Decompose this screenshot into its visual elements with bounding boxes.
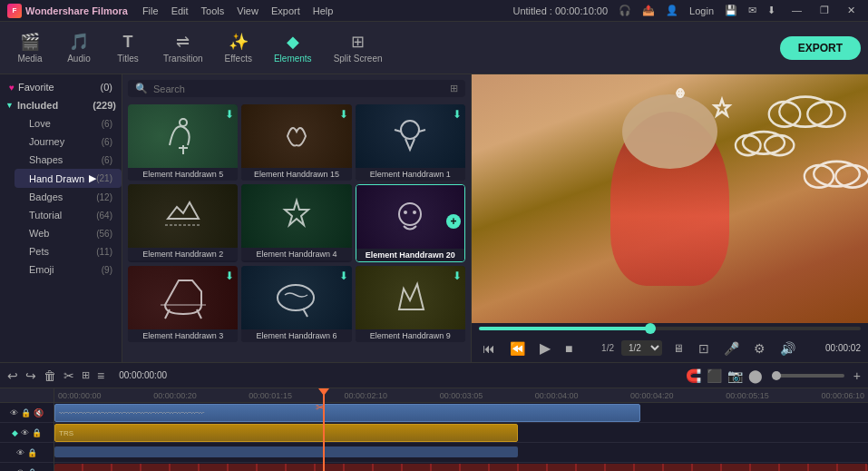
redo-button[interactable]: ↪: [25, 368, 36, 383]
toolbar-audio[interactable]: 🎵 Audio: [56, 28, 102, 67]
grid-item-3[interactable]: ⬇ Element Handdrawn 1: [356, 104, 465, 181]
crop-icon[interactable]: ⊡: [695, 339, 713, 358]
export-button[interactable]: EXPORT: [780, 36, 861, 60]
login-button[interactable]: Login: [689, 5, 714, 16]
add-icon-6[interactable]: +: [446, 214, 461, 229]
ratio-select[interactable]: 1/2Full: [621, 340, 662, 356]
volume-icon[interactable]: 🔊: [776, 339, 799, 358]
zoom-slider[interactable]: [772, 374, 844, 378]
sidebar-item-pets[interactable]: Pets (11): [15, 242, 122, 260]
grid-item-8[interactable]: ⬇ Element Handdrawn 6: [241, 266, 351, 342]
effects-label: Effects: [225, 54, 252, 64]
app-logo: F Wondershare Filmora: [7, 4, 128, 18]
transition-icon: ⇌: [176, 32, 190, 52]
mic-icon[interactable]: 🎤: [720, 339, 743, 358]
menu-file[interactable]: File: [142, 5, 159, 16]
track4-clip[interactable]: [54, 464, 868, 471]
tutorial-label: Tutorial: [29, 210, 62, 221]
title-bar-right: Untitled : 00:00:10:00 🎧 📤 👤 Login 💾 ✉ ⬇…: [513, 3, 862, 18]
minimize-button[interactable]: —: [786, 3, 807, 18]
delete-button[interactable]: 🗑: [44, 368, 56, 383]
handdrawn-count: (21): [96, 173, 112, 183]
progress-bar[interactable]: [479, 327, 861, 330]
badges-count: (12): [96, 192, 112, 202]
mark-5: 00:00:04:00: [535, 391, 579, 400]
grid-item-4[interactable]: Element Handdrawn 2: [128, 184, 238, 262]
sidebar-item-shapes[interactable]: Shapes (6): [15, 151, 122, 169]
share-icon: 📤: [642, 5, 655, 16]
love-count: (6): [102, 119, 112, 129]
snap-button[interactable]: 🧲: [686, 368, 701, 383]
app-name: Wondershare Filmora: [25, 5, 128, 16]
grid-thumb-3: ⬇: [356, 104, 465, 168]
track2-eye-icon[interactable]: 👁: [21, 428, 29, 437]
sidebar-item-journey[interactable]: Journey (6): [15, 132, 122, 151]
menu-export[interactable]: Export: [271, 5, 300, 16]
toolbar-effects[interactable]: ✨ Effects: [216, 28, 261, 67]
sidebar-item-emoji[interactable]: Emoji (9): [15, 260, 122, 279]
menu-items: File Edit Tools View Export Help: [142, 5, 333, 16]
track1-mute-icon[interactable]: 🔇: [34, 408, 44, 417]
menu-tools[interactable]: Tools: [201, 5, 225, 16]
stop-button[interactable]: ■: [561, 339, 576, 358]
settings-icon[interactable]: ⚙: [750, 339, 769, 358]
split-label: Split Screen: [334, 54, 383, 64]
toolbar-elements[interactable]: ◆ Elements: [265, 28, 321, 67]
sidebar-item-tutorial[interactable]: Tutorial (64): [15, 206, 122, 224]
track1-lock-icon[interactable]: 🔒: [21, 408, 31, 417]
toolbar-transition[interactable]: ⇌ Transition: [154, 28, 212, 67]
cut-button[interactable]: ✂: [63, 368, 74, 383]
toolbar-split[interactable]: ⊞ Split Screen: [325, 28, 392, 67]
download-icon-8: ⬇: [339, 270, 348, 282]
rewind-button[interactable]: ⏮: [479, 339, 499, 358]
more-button[interactable]: ≡: [97, 368, 104, 383]
track1-clip[interactable]: 〰〰〰〰〰〰〰〰〰〰〰〰〰〰〰〰〰〰〰〰: [54, 404, 640, 422]
track2-clip[interactable]: TRS: [54, 424, 518, 442]
track3-lock-icon[interactable]: 🔒: [27, 448, 37, 457]
menu-edit[interactable]: Edit: [171, 5, 189, 16]
grid-item-7[interactable]: ⬇ Element Handdrawn 3: [128, 266, 238, 342]
grid-item-9[interactable]: ⬇ Element Handdrawn 9: [356, 266, 465, 342]
logo-icon: F: [7, 4, 22, 18]
toolbar-media[interactable]: 🎬 Media: [7, 28, 53, 67]
toolbar: 🎬 Media 🎵 Audio T Titles ⇌ Transition ✨ …: [0, 22, 868, 74]
track1-eye-icon[interactable]: 👁: [10, 408, 18, 417]
grid-item-2[interactable]: ⬇ Element Handdrawn 15: [241, 104, 351, 181]
play-button[interactable]: ▶: [536, 338, 554, 358]
maximize-button[interactable]: ❐: [814, 3, 834, 18]
playhead[interactable]: ✂: [323, 388, 325, 471]
menu-help[interactable]: Help: [313, 5, 334, 16]
undo-button[interactable]: ↩: [7, 368, 18, 383]
save-icon: 💾: [725, 5, 737, 16]
tracks-area: 00:00:00:00 00:00:00:20 00:00:01:15 00:0…: [54, 388, 868, 471]
sidebar-item-handdrawn[interactable]: Hand Drawn ▶ (21): [15, 169, 122, 188]
search-input[interactable]: [153, 83, 444, 94]
frame-back-button[interactable]: ⏪: [506, 339, 529, 358]
close-button[interactable]: ✕: [842, 3, 861, 18]
track2-lock-icon[interactable]: 🔒: [32, 428, 42, 437]
menu-view[interactable]: View: [237, 5, 258, 16]
grid-label-4: Element Handdrawn 2: [128, 248, 238, 260]
heart-icon: ♥: [9, 83, 15, 93]
copy-button[interactable]: ⊞: [82, 369, 90, 381]
sidebar-item-love[interactable]: Love (6): [15, 114, 122, 132]
monitor-icon[interactable]: 🖥: [669, 340, 688, 357]
marker-button[interactable]: ⬛: [707, 368, 722, 383]
camera-button[interactable]: 📷: [727, 368, 743, 383]
track3-eye-icon[interactable]: 👁: [16, 448, 24, 457]
track3-clip[interactable]: [54, 446, 518, 457]
zoom-in-button[interactable]: +: [853, 368, 861, 383]
sidebar-included-group[interactable]: ▼ Included (229): [0, 96, 122, 114]
mark-6: 00:00:04:20: [630, 391, 674, 400]
toolbar-titles[interactable]: T Titles: [105, 29, 151, 67]
grid-item-6[interactable]: + Element Handdrawn 20: [356, 184, 465, 262]
sidebar-favorite[interactable]: ♥ Favorite (0): [0, 78, 122, 96]
record-button[interactable]: ⬤: [748, 368, 763, 383]
grid-item-1[interactable]: ⬇ Element Handdrawn 5: [128, 104, 238, 181]
sidebar-item-web[interactable]: Web (56): [15, 224, 122, 242]
web-count: (56): [96, 229, 112, 239]
svg-point-0: [180, 119, 187, 126]
grid-item-5[interactable]: Element Handdrawn 4: [241, 184, 351, 262]
sidebar-item-badges[interactable]: Badges (12): [15, 188, 122, 206]
grid-view-icon[interactable]: ⊞: [450, 83, 458, 94]
